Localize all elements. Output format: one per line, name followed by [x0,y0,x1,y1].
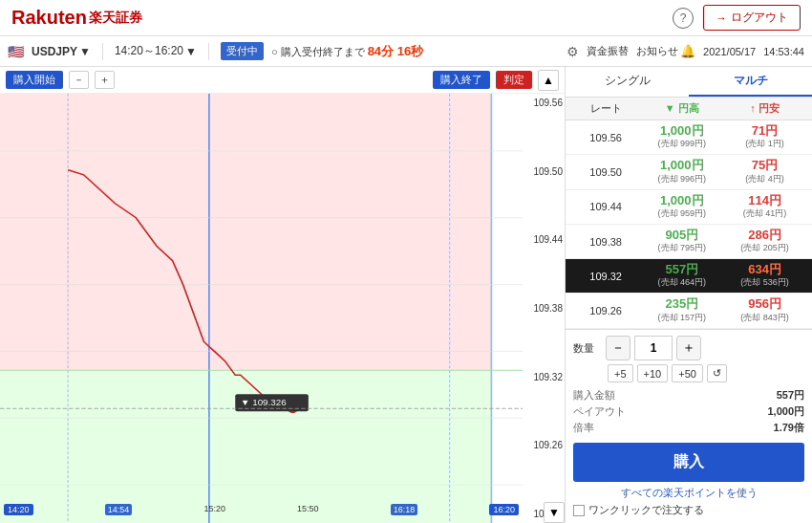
scroll-up-button[interactable]: ▲ [538,70,559,91]
price-label-3: 109.44 [524,234,563,245]
rate-row[interactable]: 109.38 905円(売却 795円) 286円(売却 205円) [566,225,812,259]
rate-value: 109.26 [571,305,640,316]
date-display: 2021/05/17 [703,46,756,57]
logo-rakuten: Rakuten [11,7,87,29]
toolbar: 🇺🇸 USDJPY ▼ 14:20～16:20 ▼ 受付中 ○ 購入受付終了まで… [0,36,812,67]
up-value: 114円(売却 41円) [723,194,806,220]
rate-value: 109.32 [571,271,640,282]
rate-row-active[interactable]: 109.32 557円(売却 464円) 634円(売却 536円) [566,259,812,294]
svg-text:▼ 109.326: ▼ 109.326 [241,398,287,407]
pair-label: USDJPY [32,45,77,58]
help-icon[interactable]: ? [673,8,694,29]
rate-row[interactable]: 109.44 1,000円(売却 959円) 114円(売却 41円) [566,190,812,225]
price-label-4: 109.38 [524,303,563,314]
rate-row[interactable]: 109.50 1,000円(売却 996円) 75円(売却 4円) [566,155,812,189]
pair-selector[interactable]: USDJPY ▼ [32,45,91,58]
minus-button[interactable]: － [69,71,89,89]
svg-rect-1 [0,370,491,523]
down-value: 905円(売却 795円) [640,229,723,254]
purchase-amount-value: 557円 [777,388,804,403]
bell-icon: 🔔 [680,44,695,58]
down-value: 557円(売却 464円) [640,263,723,289]
qty-refresh-button[interactable]: ↺ [707,364,727,382]
purchase-end-button[interactable]: 購入終了 [433,71,490,89]
up-value: 286円(売却 205円) [723,229,806,254]
header: Rakuten 楽天証券 ? → ログアウト [0,0,812,36]
tab-multi[interactable]: マルチ [689,67,812,97]
qty-add10-button[interactable]: +10 [637,364,669,382]
notifications-link[interactable]: お知らせ 🔔 [636,44,695,58]
down-value: 1,000円(売却 999円) [640,124,723,150]
qty-add50-button[interactable]: +50 [672,364,703,382]
purchase-amount-label: 購入金額 [573,388,615,403]
up-value: 71円(売却 1円) [723,124,806,150]
time-label-3: 15:50 [297,504,319,515]
rate-value: 109.56 [571,132,640,143]
qty-add5-button[interactable]: +5 [608,364,633,382]
pair-chevron-icon: ▼ [79,45,91,58]
chart-area: 購入開始 － ＋ 購入終了 判定 ▲ [0,67,566,523]
order-panel: 数量 － ＋ +5 +10 +50 ↺ 購入金額 557円 ペイアウト 1,00… [566,329,812,523]
time-label-start: 14:20 [4,504,33,515]
header-right: ? → ログアウト [673,5,801,31]
logout-arrow-icon: → [716,11,727,25]
purchase-amount-row: 購入金額 557円 [573,388,804,403]
time-label-2: 15:20 [203,504,225,515]
status-badge: 受付中 [221,42,264,60]
rate-value: 109.44 [571,201,640,212]
fund-transfer-link[interactable]: 資金振替 [587,44,629,58]
settings-icon[interactable]: ⚙ [566,44,579,59]
multiplier-label: 倍率 [573,421,594,435]
right-panel: シングル マルチ レート ▼ 円高 ↑ 円安 109.56 1,000円(売却 … [566,67,812,523]
deadline-text: ○ 購入受付終了まで 84分 16秒 [271,43,423,60]
oneclick-row[interactable]: ワンクリックで注文する [573,503,804,517]
oneclick-label: ワンクリックで注文する [588,503,704,517]
tab-single[interactable]: シングル [566,67,689,97]
payout-label: ペイアウト [573,404,626,419]
price-label-2: 109.50 [524,166,563,177]
down-value: 1,000円(売却 959円) [640,194,723,220]
plus-button[interactable]: ＋ [95,71,115,89]
rate-table-header: レート ▼ 円高 ↑ 円安 [566,98,812,120]
tabs: シングル マルチ [566,67,812,98]
qty-plus-button[interactable]: ＋ [676,336,701,360]
rate-row[interactable]: 109.26 235円(売却 157円) 956円(売却 843円) [566,294,812,328]
rate-row[interactable]: 109.56 1,000円(売却 999円) 71円(売却 1円) [566,120,812,155]
notification-label: お知らせ [636,44,678,58]
qty-input[interactable] [634,336,673,360]
payout-row: ペイアウト 1,000円 [573,404,804,419]
rate-table: レート ▼ 円高 ↑ 円安 109.56 1,000円(売却 999円) 71円… [566,98,812,329]
time-display: 14:53:44 [763,46,804,57]
quantity-row: 数量 － ＋ [573,336,804,360]
multiplier-value: 1.79倍 [774,421,804,435]
header-down: ▼ 円高 [640,101,723,116]
logo-text: 楽天証券 [89,10,142,27]
time-range-label: 14:20～16:20 [115,43,183,59]
down-value: 1,000円(売却 996円) [640,159,723,185]
rate-value: 109.38 [571,236,640,248]
settlement-button[interactable]: 判定 [496,71,532,89]
chart-toolbar: 購入開始 － ＋ 購入終了 判定 ▲ [0,67,565,94]
rate-value: 109.50 [571,166,640,178]
header-rate: レート [571,101,640,116]
scroll-down-button[interactable]: ▼ [544,502,565,523]
qty-minus-button[interactable]: － [606,336,630,360]
logout-button[interactable]: → ログアウト [703,5,801,31]
down-value: 235円(売却 157円) [640,297,723,323]
buy-button[interactable]: 購入 [573,443,804,482]
price-label-6: 109.26 [524,440,563,450]
chart-canvas: ▼ 109.326 14:20 14:54 15:20 15:50 16:18 … [0,94,565,523]
divider2 [208,43,209,60]
chart-svg: ▼ 109.326 [0,94,565,523]
oneclick-checkbox[interactable] [573,505,585,516]
time-range-selector[interactable]: 14:20～16:20 ▼ [115,43,197,59]
logo: Rakuten 楽天証券 [11,7,142,29]
deadline-prefix: ○ 購入受付終了まで [271,46,365,57]
purchase-start-button[interactable]: 購入開始 [6,71,63,89]
points-link[interactable]: すべての楽天ポイントを使う [573,486,804,500]
up-value: 956円(売却 843円) [723,297,806,323]
time-label-end: 16:20 [489,504,519,515]
up-value: 75円(売却 4円) [723,159,806,185]
logout-label: ログアウト [731,10,788,26]
qty-label: 数量 [573,341,602,356]
